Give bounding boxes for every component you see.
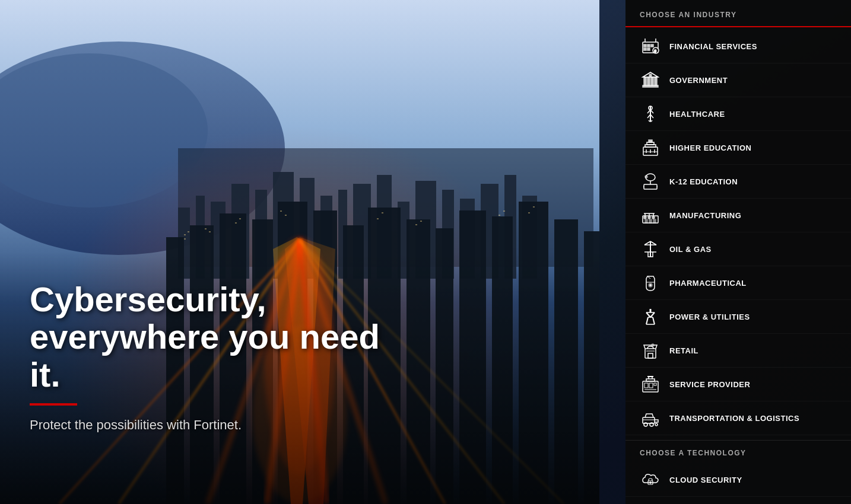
svg-line-120 [650, 241, 656, 245]
svg-point-85 [649, 74, 652, 76]
higher-education-icon [640, 137, 661, 158]
power-utilities-label: POWER & UTILITIES [669, 312, 750, 321]
retail-label: RETAIL [669, 346, 698, 355]
svg-rect-142 [644, 383, 648, 388]
government-label: GOVERNMENT [669, 76, 728, 85]
oil-gas-icon [640, 238, 661, 260]
sidebar-item-financial-services[interactable]: $ FINANCIAL SERVICES [625, 30, 851, 63]
hero-subtitle: Protect the possibilities with Fortinet. [30, 417, 415, 433]
sidebar-item-pharmaceutical[interactable]: PHARMACEUTICAL [625, 266, 851, 300]
svg-rect-138 [648, 353, 653, 358]
transportation-icon [640, 407, 661, 429]
transportation-label: TRANSPORTATION & LOGISTICS [669, 414, 799, 423]
svg-rect-74 [647, 48, 650, 50]
technology-section-header: CHOOSE A TECHNOLOGY [625, 440, 851, 463]
sidebar-item-cloud-security[interactable]: CLOUD SECURITY [625, 463, 851, 497]
svg-rect-72 [651, 44, 653, 47]
cloud-security-icon [640, 469, 661, 490]
manufacturing-label: MANUFACTURING [669, 211, 741, 220]
svg-line-132 [646, 317, 648, 324]
sidebar-item-higher-education[interactable]: HIGHER EDUCATION [625, 131, 851, 165]
healthcare-icon [640, 103, 661, 125]
svg-rect-82 [651, 77, 653, 85]
svg-rect-150 [643, 417, 655, 423]
healthcare-label: HEALTHCARE [669, 110, 725, 119]
hero-divider [30, 403, 77, 406]
government-icon [640, 69, 661, 91]
svg-line-133 [653, 317, 655, 324]
sidebar-item-transportation[interactable]: TRANSPORTATION & LOGISTICS [625, 401, 851, 435]
power-utilities-icon [640, 306, 661, 327]
svg-point-153 [655, 423, 658, 426]
svg-rect-80 [644, 77, 646, 85]
svg-point-140 [652, 344, 654, 346]
svg-point-156 [650, 482, 651, 483]
svg-rect-71 [647, 44, 650, 47]
sidebar-item-service-provider[interactable]: SERVICE PROVIDER [625, 368, 851, 401]
higher-education-label: HIGHER EDUCATION [669, 143, 751, 152]
svg-line-119 [644, 241, 650, 245]
svg-rect-99 [649, 140, 652, 142]
svg-line-131 [650, 312, 655, 317]
manufacturing-icon [640, 205, 661, 226]
svg-rect-144 [654, 383, 656, 385]
svg-point-109 [652, 216, 655, 219]
svg-rect-84 [643, 85, 658, 87]
sidebar-item-healthcare[interactable]: HEALTHCARE [625, 97, 851, 131]
svg-rect-73 [644, 48, 646, 50]
industry-section-header: CHOOSE AN INDUSTRY [625, 0, 851, 27]
svg-rect-81 [647, 77, 650, 85]
sidebar-item-oil-gas[interactable]: OIL & GAS [625, 232, 851, 266]
svg-rect-102 [644, 184, 657, 189]
oil-gas-label: OIL & GAS [669, 245, 712, 254]
svg-point-107 [644, 216, 646, 219]
cloud-security-label: CLOUD SECURITY [669, 476, 742, 484]
service-provider-label: SERVICE PROVIDER [669, 380, 750, 389]
sidebar-item-k12-education[interactable]: K-12 EDUCATION [625, 165, 851, 199]
financial-services-label: FINANCIAL SERVICES [669, 42, 757, 51]
hero-title: Cybersecurity, everywhere you need it. [30, 280, 415, 394]
svg-rect-83 [655, 77, 657, 85]
svg-point-103 [645, 176, 647, 178]
retail-icon [640, 340, 661, 361]
hero-content: Cybersecurity, everywhere you need it. P… [30, 280, 415, 433]
sidebar-item-manufacturing[interactable]: MANUFACTURING [625, 199, 851, 232]
financial-services-icon: $ [640, 36, 661, 57]
k12-education-label: K-12 EDUCATION [669, 177, 738, 186]
svg-rect-114 [645, 219, 647, 223]
industry-sidebar: CHOOSE AN INDUSTRY $ FINANCIAL SERVICES [625, 0, 851, 504]
sidebar-item-retail[interactable]: RETAIL [625, 334, 851, 368]
svg-rect-115 [649, 219, 652, 223]
pharmaceutical-label: PHARMACEUTICAL [669, 279, 747, 288]
service-provider-icon [640, 374, 661, 395]
k12-education-icon [640, 171, 661, 192]
pharmaceutical-icon [640, 272, 661, 294]
svg-rect-70 [644, 44, 646, 47]
sidebar-item-government[interactable]: GOVERNMENT [625, 63, 851, 97]
svg-rect-146 [646, 379, 655, 381]
svg-line-130 [646, 312, 650, 317]
svg-rect-116 [653, 219, 656, 223]
svg-rect-143 [649, 383, 653, 388]
svg-point-108 [648, 216, 650, 219]
sidebar-item-power-utilities[interactable]: POWER & UTILITIES [625, 300, 851, 334]
